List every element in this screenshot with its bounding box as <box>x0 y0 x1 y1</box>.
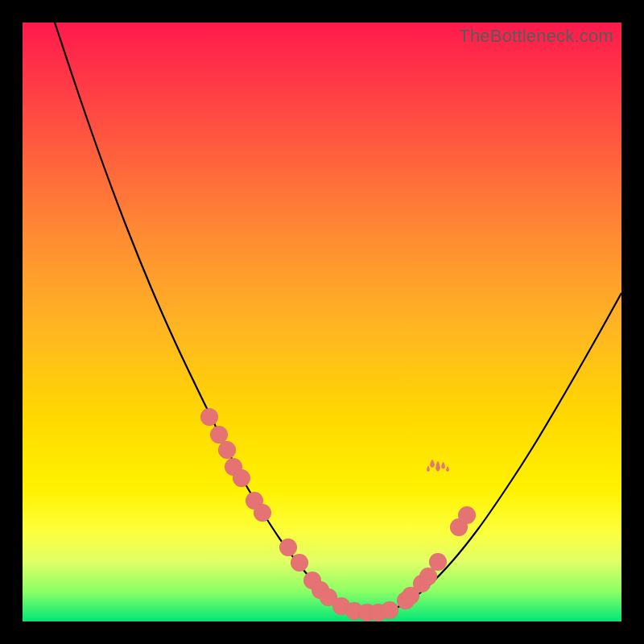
highlight-dot <box>218 441 236 459</box>
highlight-dot <box>458 506 476 524</box>
bottleneck-curve <box>55 23 621 613</box>
flame-icon <box>446 467 449 473</box>
watermark-text: TheBottleneck.com <box>459 26 613 47</box>
highlight-dot <box>429 553 447 571</box>
highlight-dot <box>381 601 398 619</box>
flame-icon <box>436 461 440 472</box>
highlight-dot <box>279 539 297 556</box>
flame-cluster <box>427 460 449 472</box>
highlight-dot <box>254 504 271 522</box>
highlight-dot <box>210 426 228 444</box>
flame-icon <box>430 460 435 468</box>
highlight-dot <box>200 408 218 426</box>
highlight-dot <box>291 554 308 572</box>
plot-svg <box>23 23 621 621</box>
chart-area: TheBottleneck.com <box>23 23 621 621</box>
highlight-dots <box>200 408 476 621</box>
highlight-dot <box>233 469 250 487</box>
flame-icon <box>427 466 430 472</box>
flame-icon <box>441 462 445 469</box>
